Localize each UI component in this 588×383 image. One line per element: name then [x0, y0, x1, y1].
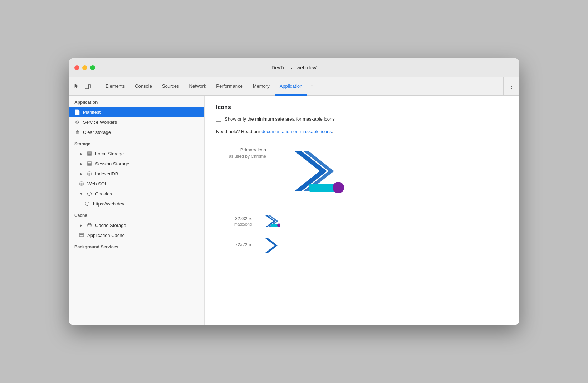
manifest-icon [74, 109, 80, 115]
icon-32-meta: 32×32px image/png [216, 216, 252, 226]
minimize-button[interactable] [82, 65, 87, 70]
cache-storage-label: Cache Storage [95, 223, 126, 228]
local-storage-label: Local Storage [95, 151, 124, 156]
cookies-icon [87, 191, 92, 197]
cursor-icon[interactable] [72, 81, 82, 91]
maskable-icons-label: Show only the minimum safe area for mask… [225, 116, 335, 122]
local-storage-icon [87, 151, 92, 156]
sidebar-item-service-workers[interactable]: ⚙ Service Workers [69, 117, 204, 127]
sidebar: Application Manifest ⚙ Service Workers [69, 96, 205, 325]
svg-rect-22 [79, 236, 84, 237]
help-text-after: . [332, 129, 333, 134]
help-text-before: Need help? Read our [216, 129, 261, 134]
tab-memory[interactable]: Memory [248, 77, 275, 96]
svg-rect-5 [87, 155, 92, 155]
maskable-icons-checkbox[interactable] [216, 117, 221, 122]
primary-icon-labels: Primary icon as used by Chrome [216, 144, 266, 159]
svg-rect-0 [85, 84, 89, 89]
icon-32-type: image/png [216, 222, 252, 226]
svg-point-12 [88, 193, 89, 193]
svg-rect-1 [89, 85, 91, 88]
gear-icon: ⚙ [74, 119, 80, 125]
svg-rect-20 [79, 233, 84, 234]
svg-rect-7 [87, 163, 92, 164]
tabbar-end: ⋮ [503, 77, 516, 95]
application-cache-icon [79, 232, 84, 238]
svg-point-10 [80, 182, 83, 183]
close-button[interactable] [74, 65, 79, 70]
webdev-logo-32 [263, 214, 280, 228]
sidebar-item-session-storage[interactable]: Session Storage [69, 159, 204, 169]
maskable-icons-link[interactable]: documentation on maskable icons [261, 129, 332, 134]
trash-icon: 🗑 [74, 129, 80, 135]
tabbar: Elements Console Sources Network Perform… [69, 77, 519, 96]
device-toggle-icon[interactable] [83, 81, 93, 91]
sidebar-item-manifest[interactable]: Manifest [69, 107, 204, 117]
primary-icon-label: Primary icon [240, 147, 266, 152]
session-storage-chevron[interactable] [79, 161, 84, 166]
sidebar-item-web-sql[interactable]: Web SQL [69, 179, 204, 189]
devtools-icons [72, 77, 99, 95]
manifest-label: Manifest [83, 110, 101, 115]
window-title: DevTools - web.dev/ [271, 65, 317, 71]
storage-section-header: Storage [69, 137, 204, 149]
indexeddb-chevron[interactable] [79, 171, 84, 176]
svg-point-16 [86, 203, 87, 203]
application-cache-label: Application Cache [87, 233, 125, 238]
cache-storage-icon [87, 222, 92, 228]
cache-storage-chevron[interactable] [79, 223, 84, 228]
indexeddb-label: IndexedDB [95, 171, 118, 176]
tab-sources[interactable]: Sources [157, 77, 184, 96]
cache-section-header: Cache [69, 209, 204, 220]
service-workers-label: Service Workers [83, 120, 117, 125]
tabs-container: Elements Console Sources Network Perform… [101, 77, 503, 95]
webdev-logo-72 [263, 237, 282, 253]
session-storage-label: Session Storage [95, 161, 129, 166]
svg-rect-8 [87, 165, 92, 165]
svg-marker-31 [265, 238, 278, 253]
tab-performance[interactable]: Performance [211, 77, 248, 96]
sidebar-item-cache-storage[interactable]: Cache Storage [69, 220, 204, 230]
svg-rect-21 [79, 235, 84, 236]
sidebar-item-indexeddb[interactable]: IndexedDB [69, 169, 204, 179]
maskable-icons-checkbox-row: Show only the minimum safe area for mask… [216, 116, 508, 122]
svg-point-19 [88, 223, 91, 225]
tab-network[interactable]: Network [184, 77, 211, 96]
more-options-button[interactable]: ⋮ [506, 81, 516, 91]
icons-section-title: Icons [216, 104, 508, 111]
sidebar-item-clear-storage[interactable]: 🗑 Clear storage [69, 127, 204, 137]
web-sql-icon [79, 181, 84, 186]
webdev-logo-large [280, 144, 345, 200]
maximize-button[interactable] [90, 65, 95, 70]
svg-point-18 [87, 204, 87, 205]
icon-72-meta: 72×72px [216, 242, 252, 247]
cookies-label: Cookies [95, 191, 112, 197]
svg-point-11 [88, 192, 92, 196]
svg-point-9 [88, 172, 91, 173]
icon-32-size: 32×32px [216, 216, 252, 221]
cookies-chevron[interactable] [79, 191, 84, 196]
svg-rect-3 [87, 152, 92, 153]
local-storage-chevron[interactable] [79, 151, 84, 156]
more-tabs-button[interactable]: » [307, 77, 317, 95]
icon-72-size: 72×72px [216, 242, 252, 247]
tab-elements[interactable]: Elements [101, 77, 130, 96]
sidebar-item-application-cache[interactable]: Application Cache [69, 230, 204, 240]
svg-point-15 [85, 202, 89, 206]
svg-rect-6 [87, 162, 92, 163]
clear-storage-label: Clear storage [83, 130, 111, 135]
icon-row-72: 72×72px [216, 237, 508, 253]
used-by-label: as used by Chrome [229, 154, 266, 159]
sidebar-item-cookies[interactable]: Cookies [69, 189, 204, 199]
icon-row-32: 32×32px image/png [216, 214, 508, 228]
tab-application[interactable]: Application [275, 77, 308, 96]
sidebar-item-cookies-url[interactable]: https://web.dev [69, 199, 204, 209]
svg-point-17 [88, 203, 88, 204]
indexeddb-icon [87, 171, 92, 176]
main-content: Application Manifest ⚙ Service Workers [69, 96, 519, 325]
sidebar-item-local-storage[interactable]: Local Storage [69, 149, 204, 159]
tab-console[interactable]: Console [130, 77, 157, 96]
icon-72-preview [263, 237, 282, 253]
content-panel: Icons Show only the minimum safe area fo… [205, 96, 519, 325]
primary-icon-display: Primary icon as used by Chrome [216, 144, 508, 200]
